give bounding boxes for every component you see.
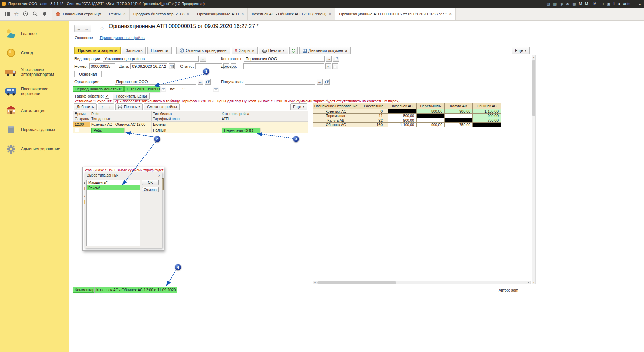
main-menu-button[interactable]: ≡ [639, 2, 641, 6]
favorite-star-icon[interactable]: ☆ [99, 25, 104, 32]
table-icon[interactable]: ▦ [572, 2, 576, 6]
recipient-input[interactable] [245, 79, 315, 85]
tab-close-icon[interactable]: × [123, 12, 126, 16]
sidebar-item-bus-station[interactable]: Автостанция [0, 101, 69, 120]
period-start-input[interactable]: 11.09.2020 0:00:00 [124, 86, 160, 92]
cell-atp[interactable]: Перевозчик ООО [220, 127, 308, 133]
sidebar-item-main[interactable]: Главное [0, 24, 69, 43]
tab-close-icon[interactable]: × [449, 12, 452, 16]
dialog-cancel-button[interactable]: Отмена [142, 187, 159, 192]
fare-cell[interactable]: 900,00 [473, 114, 501, 118]
close-button[interactable]: × Закрыть [232, 47, 258, 54]
scroll-down-icon[interactable]: ▼ [532, 280, 535, 284]
organization-open-button[interactable] [205, 79, 211, 85]
sidebar-item-vehicle-management[interactable]: Управление автотранспортом [0, 63, 69, 82]
tab-home[interactable]: Начальная страница [52, 8, 105, 20]
recipient-open-button[interactable] [324, 79, 330, 85]
counterparty-input[interactable]: Перевозчик ООО [244, 56, 325, 62]
tab-trips[interactable]: Рейсы × [105, 8, 130, 20]
fare-cell[interactable] [445, 114, 473, 118]
scroll-left-icon[interactable]: ◄ [313, 281, 317, 284]
dialog-titlebar[interactable]: Выбор типа данных × [85, 172, 162, 178]
refresh-button[interactable] [289, 47, 298, 54]
back-button[interactable]: ← [75, 25, 83, 32]
info-icon[interactable]: ℹ [613, 2, 615, 6]
cell-trip[interactable]: Козельск АС - Обнинск АС 12:00 [90, 122, 152, 127]
sidebar-item-data-exchange[interactable]: Передача данных [0, 120, 69, 139]
period-to-calendar-button[interactable] [213, 86, 219, 92]
period-calendar-button[interactable] [161, 86, 166, 92]
fare-cell[interactable]: 900,00 [417, 123, 445, 127]
form-more-button[interactable]: Еще ▾ [512, 47, 530, 54]
fare-cell[interactable]: 900,00 [388, 118, 417, 123]
fare-cell[interactable]: 1 100,00 [473, 109, 501, 114]
dialog-ok-button[interactable]: OK [142, 180, 159, 185]
save-checkbox[interactable] [75, 128, 79, 132]
post-button[interactable]: Провести [147, 47, 172, 54]
period-to-input[interactable]: . . : : [176, 86, 212, 92]
preview-icon[interactable]: ◎ [560, 2, 563, 6]
tab-org-atp-list[interactable]: Организационные АТП × [193, 8, 248, 20]
contract-dropdown-button[interactable]: ▾ [325, 63, 331, 69]
unpost-button[interactable]: Отменить проведение [176, 47, 230, 54]
organization-choose-button[interactable]: ... [198, 79, 203, 85]
search-icon[interactable] [33, 11, 38, 16]
date-input[interactable]: 09.09.2020 16:27:27 [130, 63, 167, 69]
write-button[interactable]: Записать [122, 47, 146, 54]
adjacent-trips-button[interactable]: Смежные рейсы [144, 103, 180, 110]
cell-category[interactable] [220, 122, 308, 127]
recipient-choose-button[interactable]: ... [317, 79, 323, 85]
mail-icon[interactable]: ✉ [566, 2, 569, 6]
tab-main-section[interactable]: Основное [75, 36, 93, 40]
operation-type-input[interactable]: Установка цен рейсов [103, 56, 199, 62]
favorites-star-icon[interactable]: ☆ [14, 11, 19, 17]
counterparty-choose-button[interactable]: ... [326, 56, 332, 62]
sidebar-item-administration[interactable]: Администрирование [0, 139, 69, 159]
print-menu-button[interactable]: Печать ▾ [259, 47, 288, 54]
scroll-up-icon[interactable]: ▲ [532, 55, 535, 59]
memory-mminus-button[interactable]: М- [593, 2, 597, 6]
contract-open-button[interactable] [332, 63, 338, 69]
tab-org-atp-document[interactable]: Организационные АТП 000000015 от 09.09.2… [335, 8, 456, 20]
cell-time[interactable]: 12:00 [73, 122, 90, 127]
calculator-icon[interactable]: ⊞ [600, 2, 604, 6]
tab-close-icon[interactable]: × [187, 12, 189, 16]
counterparty-open-button[interactable] [333, 56, 339, 62]
memory-m-button[interactable]: М [579, 2, 582, 6]
forward-button[interactable]: → [83, 25, 91, 32]
list-item-routes[interactable]: Маршруты* [87, 180, 140, 185]
list-item-trips[interactable]: Рейсы* [87, 185, 140, 190]
fare-cell[interactable]: 800,00 [388, 114, 417, 118]
document-movements-button[interactable]: Движения документа [299, 47, 351, 54]
sidebar-item-passenger-transport[interactable]: Пассажирские перевозки [0, 82, 69, 101]
add-row-button[interactable]: Добавить [74, 103, 97, 110]
grid-print-button[interactable]: Печать ▾ [115, 103, 143, 110]
fare-cell[interactable]: 800,00 [417, 109, 445, 114]
sidebar-item-warehouse[interactable]: Склад [0, 43, 69, 63]
horizontal-scrollbar[interactable]: ◄ ► [313, 281, 531, 284]
operation-choose-button[interactable]: ... [200, 56, 206, 62]
history-clock-icon[interactable] [23, 11, 28, 16]
cell-tariff-plan[interactable]: Полный [152, 127, 220, 133]
contract-input[interactable] [243, 63, 324, 69]
dialog-close-icon[interactable]: × [158, 173, 160, 178]
move-down-button[interactable]: ↓ [106, 104, 114, 110]
date-calendar-button[interactable] [169, 63, 175, 69]
notifications-bell-icon[interactable] [42, 11, 47, 16]
organization-input[interactable]: Перевозчик ООО [115, 79, 196, 85]
vertical-scroll-thumb[interactable] [532, 60, 535, 116]
move-up-button[interactable]: ↑ [98, 104, 106, 110]
tab-attached-files[interactable]: Присоединенные файлы [100, 36, 145, 40]
tab-trip-kozelsk-obninsk[interactable]: Козельск АС - Обнинск АС 12:00 (Рейсы) × [248, 8, 335, 20]
vertical-scrollbar[interactable]: ▲ ▼ [532, 55, 536, 284]
cell-data-type[interactable]: Рейс [90, 127, 152, 133]
menu-grid-icon[interactable] [5, 12, 10, 16]
number-input[interactable]: 000000015 [89, 63, 115, 69]
calendar-icon[interactable]: ▣ [607, 2, 610, 6]
scroll-right-icon[interactable]: ► [527, 281, 530, 284]
minimize-button[interactable]: – [633, 2, 635, 6]
status-input[interactable] [195, 63, 222, 69]
calculate-prices-button[interactable]: Рассчитать цены [113, 93, 150, 100]
tab-osnovnaya[interactable]: Основная [74, 71, 102, 77]
print-icon[interactable]: ▥ [553, 2, 557, 6]
